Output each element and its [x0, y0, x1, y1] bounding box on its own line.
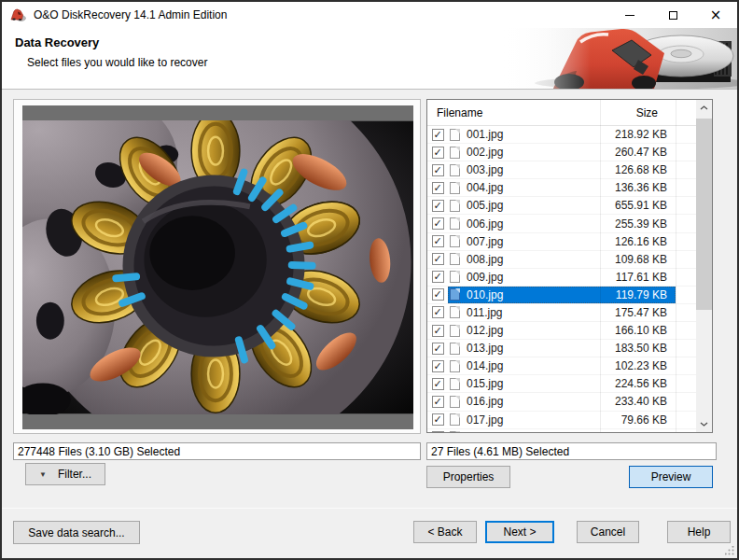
file-row-content[interactable]: 006.jpg255.39 KB [448, 215, 676, 231]
file-row[interactable]: ✓016.jpg233.40 KB [427, 393, 696, 411]
file-row[interactable]: ✓003.jpg126.68 KB [427, 161, 696, 179]
file-row[interactable]: ✓014.jpg102.23 KB [427, 357, 696, 375]
back-button[interactable]: < Back [413, 521, 477, 543]
properties-button[interactable]: Properties [426, 466, 510, 488]
file-row[interactable]: ✓012.jpg166.10 KB [427, 322, 696, 340]
list-scrollbar[interactable] [696, 100, 712, 432]
file-row-content[interactable]: 007.jpg126.16 KB [448, 233, 676, 250]
checkmark-icon: ✓ [432, 253, 444, 265]
file-checkbox[interactable]: ✓ [427, 161, 448, 178]
file-size: 102.23 KB [615, 359, 676, 372]
file-row-content[interactable]: 003.jpg126.68 KB [448, 161, 676, 178]
file-row-content[interactable]: 005.jpg655.91 KB [448, 197, 676, 214]
maximize-icon [669, 11, 677, 20]
file-row-content[interactable]: 011.jpg175.47 KB [448, 304, 676, 321]
help-button[interactable]: Help [667, 521, 731, 543]
checkmark-icon: ✓ [432, 147, 444, 159]
scrollbar-thumb[interactable] [696, 119, 712, 310]
column-header-size[interactable]: Size [591, 106, 658, 119]
checkmark-icon: ✓ [432, 343, 444, 355]
file-row-content[interactable]: 016.jpg233.40 KB [448, 393, 676, 410]
preview-button[interactable]: Preview [629, 466, 713, 488]
chevron-up-icon [700, 105, 708, 110]
file-checkbox[interactable]: ✓ [427, 144, 448, 161]
close-icon: × [710, 8, 722, 22]
file-size: 136.36 KB [615, 181, 676, 194]
caption-buttons: × [608, 2, 737, 28]
file-checkbox[interactable]: ✓ [427, 233, 448, 250]
app-red-car-icon [9, 7, 26, 22]
file-row[interactable]: ✓010.jpg119.79 KB [427, 287, 696, 304]
file-name: 004.jpg [467, 181, 503, 194]
file-size: 260.47 KB [615, 146, 676, 159]
scroll-up-button[interactable] [696, 100, 712, 116]
file-size: 166.10 KB [615, 324, 676, 337]
file-row-content[interactable]: 014.jpg102.23 KB [448, 357, 676, 374]
file-checkbox[interactable]: ✓ [427, 215, 448, 231]
close-button[interactable]: × [694, 2, 737, 28]
file-checkbox[interactable]: ✓ [427, 197, 448, 214]
file-name: 012.jpg [467, 324, 503, 337]
file-row[interactable]: ✓005.jpg655.91 KB [427, 197, 696, 215]
file-row-content[interactable]: 013.jpg183.50 KB [448, 340, 676, 357]
file-row-content[interactable]: 010.jpg119.79 KB [448, 287, 676, 303]
file-row[interactable]: ✓013.jpg183.50 KB [427, 340, 696, 357]
file-row[interactable]: ✓006.jpg255.39 KB [427, 215, 696, 232]
checkmark-icon: ✓ [432, 360, 444, 372]
file-checkbox[interactable]: ✓ [427, 340, 448, 357]
cancel-button[interactable]: Cancel [577, 521, 639, 543]
file-row-content[interactable]: 001.jpg218.92 KB [448, 126, 676, 143]
file-checkbox[interactable]: ✓ [427, 269, 448, 286]
file-icon [450, 164, 460, 176]
file-checkbox[interactable]: ✓ [427, 429, 448, 432]
file-icon [450, 396, 460, 408]
file-icon [450, 235, 460, 247]
file-checkbox[interactable]: ✓ [427, 393, 448, 410]
file-checkbox[interactable]: ✓ [427, 357, 448, 374]
column-header-filename[interactable]: Filename [427, 106, 591, 119]
properties-button-label: Properties [443, 470, 495, 483]
file-icon [450, 200, 460, 212]
filter-button[interactable]: ▼ Filter... [25, 463, 105, 485]
file-row[interactable]: ✓004.jpg136.36 KB [427, 179, 696, 197]
file-icon [450, 182, 460, 194]
file-checkbox[interactable]: ✓ [427, 126, 448, 143]
file-row-content[interactable]: 012.jpg166.10 KB [448, 322, 676, 339]
left-status-text: 277448 Files (3.10 GB) Selected [18, 445, 180, 458]
file-row-content[interactable]: 008.jpg109.68 KB [448, 251, 676, 268]
file-name: 008.jpg [467, 253, 503, 266]
file-row-content[interactable]: 009.jpg117.61 KB [448, 269, 676, 286]
file-row[interactable]: ✓008.jpg109.68 KB [427, 251, 696, 269]
file-row[interactable]: ✓015.jpg224.56 KB [427, 375, 696, 393]
minimize-button[interactable] [608, 2, 651, 28]
file-name: 002.jpg [467, 146, 503, 159]
file-checkbox[interactable]: ✓ [427, 251, 448, 268]
file-checkbox[interactable]: ✓ [427, 375, 448, 392]
file-checkbox[interactable]: ✓ [427, 304, 448, 321]
file-checkbox[interactable]: ✓ [427, 179, 448, 196]
file-row[interactable]: ✓ [427, 429, 696, 432]
file-checkbox[interactable]: ✓ [427, 287, 448, 303]
scroll-down-button[interactable] [696, 416, 712, 432]
file-checkbox[interactable]: ✓ [427, 412, 448, 428]
titlebar[interactable]: O&O DiskRecovery 14.1 Admin Edition × [2, 2, 737, 28]
file-row-content[interactable]: 002.jpg260.47 KB [448, 144, 676, 161]
maximize-button[interactable] [651, 2, 694, 28]
next-button[interactable]: Next > [485, 521, 554, 543]
save-data-search-button[interactable]: Save data search... [13, 521, 140, 544]
file-row-content[interactable]: 015.jpg224.56 KB [448, 375, 676, 392]
file-row[interactable]: ✓002.jpg260.47 KB [427, 144, 696, 161]
file-row[interactable]: ✓007.jpg126.16 KB [427, 233, 696, 251]
file-name: 001.jpg [467, 128, 503, 141]
resize-grip[interactable] [725, 546, 734, 555]
file-size: 233.40 KB [615, 395, 676, 408]
file-row-content[interactable]: 017.jpg79.66 KB [448, 412, 676, 428]
file-icon [450, 360, 460, 372]
file-row[interactable]: ✓017.jpg79.66 KB [427, 412, 696, 429]
file-row[interactable]: ✓011.jpg175.47 KB [427, 304, 696, 322]
file-row[interactable]: ✓009.jpg117.61 KB [427, 269, 696, 287]
file-row-content[interactable]: 004.jpg136.36 KB [448, 179, 676, 196]
file-row[interactable]: ✓001.jpg218.92 KB [427, 126, 696, 144]
file-checkbox[interactable]: ✓ [427, 322, 448, 339]
file-row-content[interactable] [448, 429, 676, 432]
